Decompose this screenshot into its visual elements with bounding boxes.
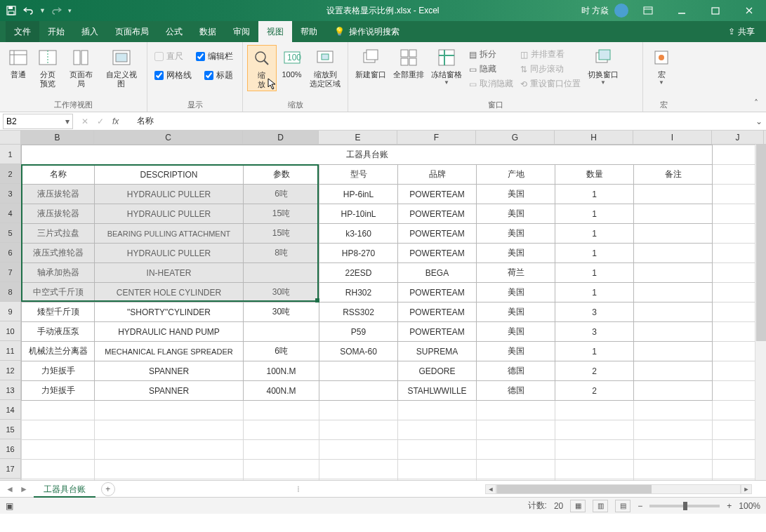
menu-home[interactable]: 开始 <box>39 21 73 42</box>
normal-view-status-icon[interactable]: ▦ <box>570 500 586 512</box>
row-header[interactable]: 18 <box>0 479 21 480</box>
pagebreak-status-icon[interactable]: ▤ <box>615 500 630 512</box>
redo-icon[interactable] <box>51 5 62 16</box>
spreadsheet-grid[interactable]: BCDEFGHIJ 12345678910111213141516171819 … <box>0 131 766 480</box>
hscroll-right-icon[interactable]: ► <box>741 484 752 494</box>
zoom-slider-thumb[interactable] <box>683 502 687 510</box>
row-header[interactable]: 13 <box>0 380 21 400</box>
enter-formula-icon[interactable]: ✓ <box>97 117 104 126</box>
row-header[interactable]: 9 <box>0 302 21 321</box>
sheet-tab[interactable]: 工器具台账 <box>34 481 95 498</box>
row-header[interactable]: 3 <box>0 184 21 204</box>
split-button[interactable]: ▤拆分 <box>466 48 516 61</box>
row-header[interactable]: 6 <box>0 243 21 262</box>
gridlines-checkbox[interactable]: 网格线 <box>152 68 194 83</box>
qat-customize-icon[interactable]: ▾ <box>68 7 72 14</box>
hide-button[interactable]: ▭隐藏 <box>466 62 516 76</box>
maximize-icon[interactable] <box>701 0 729 21</box>
row-header[interactable]: 1 <box>0 145 21 164</box>
row-header[interactable]: 4 <box>0 204 21 223</box>
row-header[interactable]: 11 <box>0 341 21 361</box>
minimize-icon[interactable] <box>668 0 696 21</box>
custom-view-button[interactable]: 自定义视图 <box>100 45 143 90</box>
freeze-panes-button[interactable]: 冻结窗格▼ <box>428 45 465 87</box>
zoom-100-button[interactable]: 100100% <box>278 45 306 81</box>
zoom-slider[interactable] <box>649 505 720 507</box>
column-header[interactable]: D <box>243 131 319 144</box>
formulabar-checkbox[interactable]: 编辑栏 <box>193 49 236 64</box>
row-header[interactable]: 15 <box>0 420 21 439</box>
zoom-out-icon[interactable]: − <box>638 501 642 511</box>
pagelayout-status-icon[interactable]: ▥ <box>593 500 608 512</box>
switch-window-button[interactable]: 切换窗口▼ <box>585 45 621 87</box>
svg-rect-27 <box>409 50 416 57</box>
cells-area[interactable]: 工器具台账名称DESCRIPTION参数型号品牌产地数量备注液压拔轮器HYDRA… <box>21 145 765 480</box>
column-header[interactable]: I <box>633 131 712 144</box>
hscroll-thumb[interactable] <box>497 485 652 493</box>
menu-file[interactable]: 文件 <box>6 21 39 42</box>
undo-dropdown-icon[interactable]: ▼ <box>39 7 46 14</box>
menu-view[interactable]: 视图 <box>258 21 292 42</box>
column-header[interactable]: E <box>319 131 397 144</box>
horizontal-scrollbar[interactable]: ◄ ► <box>485 484 766 495</box>
tab-nav-prev-icon[interactable]: ◄ <box>6 484 14 494</box>
tab-split-handle[interactable]: ⁞ <box>297 484 303 494</box>
row-header[interactable]: 17 <box>0 459 21 479</box>
namebox-dropdown-icon[interactable]: ▾ <box>65 117 70 126</box>
zoom-selection-button[interactable]: 缩放到 选定区域 <box>308 45 343 90</box>
normal-view-button[interactable]: 普通 <box>4 45 32 81</box>
row-header[interactable]: 12 <box>0 361 21 380</box>
column-header[interactable]: H <box>555 131 633 144</box>
svg-rect-34 <box>599 50 610 60</box>
new-window-button[interactable]: 新建窗口 <box>352 45 389 81</box>
row-header[interactable]: 7 <box>0 262 21 282</box>
menu-pagelayout[interactable]: 页面布局 <box>107 21 157 42</box>
row-header[interactable]: 5 <box>0 223 21 243</box>
vertical-scrollbar[interactable] <box>755 145 766 480</box>
headings-checkbox[interactable]: 标题 <box>202 68 236 83</box>
cancel-formula-icon[interactable]: ✕ <box>81 117 88 126</box>
select-all-corner[interactable] <box>0 131 21 144</box>
hscroll-left-icon[interactable]: ◄ <box>485 484 496 494</box>
menu-data[interactable]: 数据 <box>191 21 225 42</box>
close-icon[interactable] <box>735 0 763 21</box>
menu-help[interactable]: 帮助 <box>292 21 326 42</box>
ruler-checkbox[interactable]: 直尺 <box>152 49 186 64</box>
fx-icon[interactable]: fx <box>112 117 124 126</box>
row-header[interactable]: 8 <box>0 282 21 302</box>
collapse-ribbon-icon[interactable]: ˄ <box>749 96 763 110</box>
user-avatar-icon[interactable] <box>614 4 628 18</box>
column-header[interactable]: J <box>712 131 764 144</box>
vscroll-thumb[interactable] <box>756 145 766 341</box>
pagelayout-view-button[interactable]: 页面布局 <box>63 45 98 90</box>
tab-nav-next-icon[interactable]: ► <box>20 484 28 494</box>
user-name[interactable]: 时 方焱 <box>581 5 609 17</box>
row-header[interactable]: 16 <box>0 439 21 459</box>
pagebreak-view-button[interactable]: 分页 预览 <box>34 45 62 90</box>
zoom-in-icon[interactable]: + <box>727 501 732 511</box>
row-header[interactable]: 10 <box>0 321 21 341</box>
arrange-all-button[interactable]: 全部重排 <box>390 45 427 81</box>
ribbon-display-icon[interactable] <box>634 0 662 21</box>
column-header[interactable]: F <box>397 131 476 144</box>
undo-icon[interactable] <box>22 5 34 16</box>
expand-formula-icon[interactable]: ⌄ <box>752 117 766 126</box>
menu-insert[interactable]: 插入 <box>73 21 107 42</box>
macros-button[interactable]: 宏▼ <box>647 45 675 87</box>
share-button[interactable]: ⇪共享 <box>728 26 766 38</box>
name-box[interactable]: B2▾ <box>3 114 73 129</box>
add-sheet-icon[interactable]: + <box>101 482 115 496</box>
menu-review[interactable]: 审阅 <box>225 21 258 42</box>
column-header[interactable]: G <box>476 131 555 144</box>
formula-input[interactable]: 名称 <box>133 115 752 127</box>
save-icon[interactable] <box>6 5 17 16</box>
row-header[interactable]: 14 <box>0 400 21 420</box>
row-header[interactable]: 2 <box>0 164 21 184</box>
tell-me[interactable]: 💡操作说明搜索 <box>326 21 408 42</box>
menu-formulas[interactable]: 公式 <box>157 21 191 42</box>
zoom-button[interactable]: 缩 放 <box>247 45 277 91</box>
record-macro-icon[interactable]: ▣ <box>6 501 13 511</box>
column-header[interactable]: B <box>21 131 94 144</box>
zoom-level[interactable]: 100% <box>739 501 760 511</box>
column-header[interactable]: C <box>94 131 243 144</box>
